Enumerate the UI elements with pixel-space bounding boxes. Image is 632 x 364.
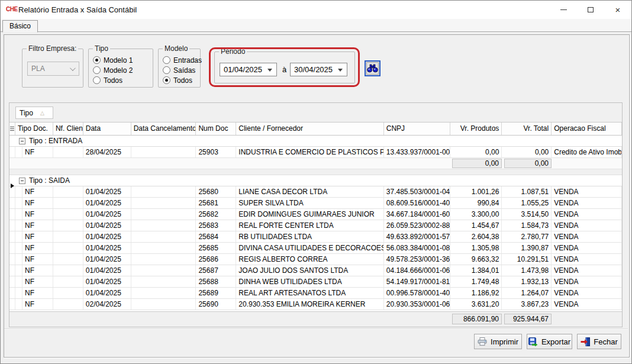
cell-cnpj[interactable]: 56.083.384/0001-08	[384, 243, 450, 253]
cell-vr-produtos[interactable]: 1.305,98	[450, 243, 502, 253]
table-row[interactable]: NF01/04/202525683REAL FORTE CENTER LTDA2…	[9, 220, 622, 231]
table-row[interactable]: NF01/04/202525689REAL ART ARTESANATOS LT…	[9, 288, 622, 299]
cell-nf-cliente[interactable]	[53, 299, 83, 310]
cell-cnpj[interactable]: 20.930.353/0001-06	[384, 299, 450, 310]
cell-cliente[interactable]: REGIS ALBERTO CORREA	[236, 254, 383, 265]
fechar-button[interactable]: Fechar	[577, 334, 621, 349]
table-row[interactable]: NF01/04/202525688DINHA WEB UTILIDADES LT…	[9, 276, 622, 288]
exportar-button[interactable]: Exportar	[527, 334, 572, 349]
cell-vr-total[interactable]: 2.780,77	[502, 231, 552, 242]
cell-data[interactable]: 01/04/2025	[83, 254, 131, 265]
cell-num-doc[interactable]: 25684	[196, 231, 236, 242]
cell-vr-total[interactable]: 3.514,50	[502, 209, 552, 220]
cell-vr-produtos[interactable]: 1.186,92	[450, 288, 502, 298]
cell-tipo-doc[interactable]: NF	[22, 243, 53, 253]
cell-vr-total[interactable]: 1.473,98	[502, 265, 552, 276]
cell-vr-produtos[interactable]: 0,00	[450, 147, 502, 157]
cell-data-cancelamento[interactable]	[131, 209, 196, 220]
tipo-radio-modelo-1[interactable]: Modelo 1	[93, 55, 150, 65]
cell-tipo-doc[interactable]: NF	[22, 265, 53, 276]
cell-num-doc[interactable]: 25690	[196, 299, 236, 310]
imprimir-button[interactable]: Imprimir	[474, 334, 522, 349]
grid-customize-icon[interactable]	[9, 123, 15, 135]
cell-vr-produtos[interactable]: 2.604,38	[450, 231, 502, 242]
cell-num-doc[interactable]: 25687	[196, 265, 236, 276]
cell-nf-cliente[interactable]	[53, 265, 83, 276]
cell-num-doc[interactable]: 25903	[196, 147, 236, 157]
column-header-data-cancelamento[interactable]: Data Cancelamento	[131, 123, 196, 135]
column-header-cliente[interactable]: Cliente / Fornecedor	[236, 123, 383, 135]
cell-vr-produtos[interactable]: 9.663,32	[450, 254, 502, 265]
cell-vr-produtos[interactable]: 1.454,67	[450, 220, 502, 231]
cell-nf-cliente[interactable]	[53, 231, 83, 242]
cell-vr-produtos[interactable]: 1.001,26	[450, 186, 502, 197]
table-row[interactable]: NF01/04/202525686REGIS ALBERTO CORREA49.…	[9, 254, 622, 265]
cell-nf-cliente[interactable]	[53, 254, 83, 265]
maximize-button[interactable]	[577, 1, 604, 19]
column-header-data[interactable]: Data	[83, 123, 131, 135]
cell-cnpj[interactable]: 04.184.666/0001-06	[384, 265, 450, 276]
cell-operacao[interactable]: VENDA	[552, 198, 622, 208]
cell-vr-produtos[interactable]: 3.631,20	[450, 299, 502, 310]
cell-data[interactable]: 01/04/2025	[83, 231, 131, 242]
cell-data-cancelamento[interactable]	[131, 220, 196, 231]
cell-cnpj[interactable]: 00.996.578/0001-40	[384, 288, 450, 298]
modelo-radio-entradas[interactable]: Entradas	[163, 55, 199, 65]
cell-num-doc[interactable]: 25680	[196, 186, 236, 197]
table-row[interactable]: NF01/04/202525681SUPER SILVA LTDA08.609.…	[9, 198, 622, 209]
cell-num-doc[interactable]: 25685	[196, 243, 236, 253]
cell-nf-cliente[interactable]	[53, 288, 83, 298]
cell-cliente[interactable]: JOAO JULIO DOS SANTOS LTDA	[236, 265, 383, 276]
cell-data-cancelamento[interactable]	[131, 299, 196, 310]
cell-data[interactable]: 02/04/2025	[83, 299, 131, 310]
cell-cnpj[interactable]: 54.149.917/0001-81	[384, 276, 450, 287]
cell-vr-total[interactable]: 1.584,73	[502, 220, 552, 231]
empresa-combobox[interactable]: PLA	[27, 62, 79, 76]
cell-nf-cliente[interactable]	[53, 243, 83, 253]
cell-num-doc[interactable]: 25683	[196, 220, 236, 231]
tipo-radio-modelo-2[interactable]: Modelo 2	[93, 65, 150, 75]
cell-tipo-doc[interactable]: NF	[22, 209, 53, 220]
cell-vr-total[interactable]: 3.867,23	[502, 299, 552, 310]
cell-vr-total[interactable]: 1.055,25	[502, 198, 552, 208]
cell-vr-total[interactable]: 1.390,87	[502, 243, 552, 253]
cell-operacao[interactable]: VENDA	[552, 220, 622, 231]
cell-operacao[interactable]: VENDA	[552, 254, 622, 265]
cell-data-cancelamento[interactable]	[131, 265, 196, 276]
cell-tipo-doc[interactable]: NF	[22, 147, 53, 157]
cell-cliente[interactable]: INDUSTRIA E COMERCIO DE PLASTICOS PLASMA…	[236, 147, 383, 157]
cell-cnpj[interactable]: 34.667.184/0001-60	[384, 209, 450, 220]
cell-data-cancelamento[interactable]	[131, 231, 196, 242]
cell-cliente[interactable]: SUPER SILVA LTDA	[236, 198, 383, 208]
tipo-radio-todos[interactable]: Todos	[93, 75, 150, 85]
table-row[interactable]: NF28/04/202525903INDUSTRIA E COMERCIO DE…	[9, 147, 622, 158]
cell-data[interactable]: 01/04/2025	[83, 186, 131, 197]
tab-basico[interactable]: Básico	[2, 20, 38, 33]
cell-data[interactable]: 01/04/2025	[83, 209, 131, 220]
cell-cnpj[interactable]: 37.485.503/0001-04	[384, 186, 450, 197]
cell-tipo-doc[interactable]: NF	[22, 231, 53, 242]
cell-cnpj[interactable]: 26.059.523/0002-88	[384, 220, 450, 231]
table-row[interactable]: NF02/04/20252569020.930.353 EMILIA MOREI…	[9, 299, 622, 310]
column-header-num-doc[interactable]: Num Doc	[196, 123, 236, 135]
cell-operacao[interactable]: VENDA	[552, 265, 622, 276]
close-button[interactable]: ×	[604, 1, 631, 19]
table-row[interactable]: NF01/04/202525685DIVINA CASA UTILIDADES …	[9, 243, 622, 254]
table-row[interactable]: NF01/04/202525687JOAO JULIO DOS SANTOS L…	[9, 265, 622, 276]
cell-nf-cliente[interactable]	[53, 276, 83, 287]
cell-cnpj[interactable]: 13.433.937/0001-00	[384, 147, 450, 157]
cell-nf-cliente[interactable]	[53, 186, 83, 197]
cell-data[interactable]: 01/04/2025	[83, 288, 131, 298]
cell-nf-cliente[interactable]	[53, 198, 83, 208]
group-row-saida[interactable]: Tipo : SAIDA	[9, 175, 622, 186]
cell-cliente[interactable]: REAL ART ARTESANATOS LTDA	[236, 288, 383, 298]
column-header-vr-produtos[interactable]: Vr. Produtos	[450, 123, 502, 135]
cell-cliente[interactable]: EDIR DOMINGUES GUIMARAES JUNIOR	[236, 209, 383, 220]
cell-num-doc[interactable]: 25682	[196, 209, 236, 220]
cell-data[interactable]: 01/04/2025	[83, 265, 131, 276]
cell-data[interactable]: 01/04/2025	[83, 198, 131, 208]
group-row-entrada[interactable]: Tipo : ENTRADA	[9, 136, 622, 147]
cell-vr-produtos[interactable]: 1.749,48	[450, 276, 502, 287]
cell-vr-produtos[interactable]: 1.384,01	[450, 265, 502, 276]
cell-data[interactable]: 01/04/2025	[83, 276, 131, 287]
